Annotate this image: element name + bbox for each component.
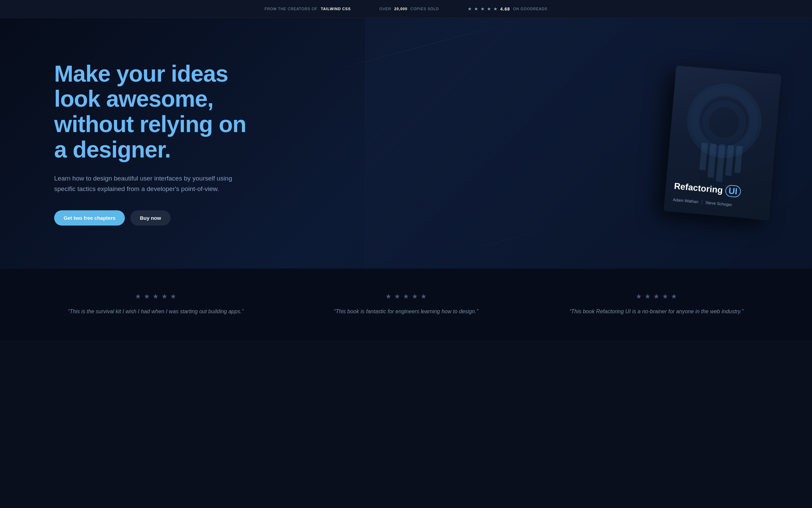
book-cover: Refactoring UI Adam Wathan Steve Schoger: [664, 66, 781, 220]
r1-star-4: ★: [161, 292, 167, 300]
r3-star-2: ★: [645, 292, 651, 300]
star-5: ★: [493, 6, 498, 12]
creators-text: FROM THE CREATORS OF TAILWIND CSS: [265, 7, 351, 11]
r3-star-3: ★: [653, 292, 659, 300]
review-item-1: ★ ★ ★ ★ ★ “This is the survival kit I wi…: [41, 292, 271, 316]
book-title-circle: UI: [725, 185, 741, 197]
rating-number: 4.68: [500, 6, 510, 12]
author-divider: [702, 200, 702, 205]
book-title: Refactoring UI: [674, 180, 763, 199]
book-decoration-columns: [698, 143, 743, 183]
r2-star-1: ★: [385, 292, 391, 300]
r1-star-5: ★: [170, 292, 176, 300]
hero-title: Make your ideas look awesome, without re…: [54, 61, 250, 162]
review-text-1: “This is the survival kit I wish I had w…: [41, 307, 271, 316]
r2-star-2: ★: [394, 292, 400, 300]
r3-star-1: ★: [636, 292, 642, 300]
r2-star-5: ★: [421, 292, 427, 300]
book-authors: Adam Wathan Steve Schoger: [673, 197, 761, 210]
rating-stars: ★ ★ ★ ★ ★ 4.68 ON GOODREADS: [468, 6, 547, 12]
review-stars-3: ★ ★ ★ ★ ★: [541, 292, 771, 300]
top-banner: FROM THE CREATORS OF TAILWIND CSS · OVER…: [0, 0, 812, 18]
review-item-2: ★ ★ ★ ★ ★ “This book is fantastic for en…: [291, 292, 521, 316]
star-1: ★: [468, 6, 472, 12]
book-cover-container: Refactoring UI Adam Wathan Steve Schoger: [664, 66, 791, 221]
rating-suffix: ON GOODREADS: [513, 7, 547, 11]
r1-star-2: ★: [144, 292, 150, 300]
r1-star-1: ★: [135, 292, 141, 300]
review-stars-1: ★ ★ ★ ★ ★: [41, 292, 271, 300]
star-4: ★: [487, 6, 492, 12]
review-item-3: ★ ★ ★ ★ ★ “This book Refactoring UI is a…: [541, 292, 771, 316]
separator-1: ·: [364, 6, 366, 12]
book-title-area: Refactoring UI Adam Wathan Steve Schoger: [673, 180, 763, 210]
review-text-2: “This book is fantastic for engineers le…: [291, 307, 521, 316]
r3-star-4: ★: [662, 292, 668, 300]
hero-section: Make your ideas look awesome, without re…: [0, 18, 812, 269]
hero-buttons: Get two free chapters Buy now: [54, 210, 250, 226]
copies-sold-text: OVER 20,000 COPIES SOLD: [380, 7, 439, 11]
r3-star-5: ★: [671, 292, 677, 300]
review-stars-2: ★ ★ ★ ★ ★: [291, 292, 521, 300]
separator-2: ·: [452, 6, 454, 12]
author1: Adam Wathan: [673, 197, 699, 205]
r2-star-3: ★: [403, 292, 409, 300]
reviews-section: ★ ★ ★ ★ ★ “This is the survival kit I wi…: [0, 269, 812, 340]
review-text-3: “This book Refactoring UI is a no-braine…: [541, 307, 771, 316]
get-chapters-button[interactable]: Get two free chapters: [54, 210, 125, 226]
star-3: ★: [480, 6, 485, 12]
hero-content: Make your ideas look awesome, without re…: [0, 27, 304, 260]
star-2: ★: [474, 6, 479, 12]
buy-now-button[interactable]: Buy now: [130, 210, 171, 226]
r2-star-4: ★: [412, 292, 418, 300]
author2: Steve Schoger: [705, 200, 732, 207]
r1-star-3: ★: [153, 292, 159, 300]
hero-subtitle: Learn how to design beautiful user inter…: [54, 173, 244, 194]
